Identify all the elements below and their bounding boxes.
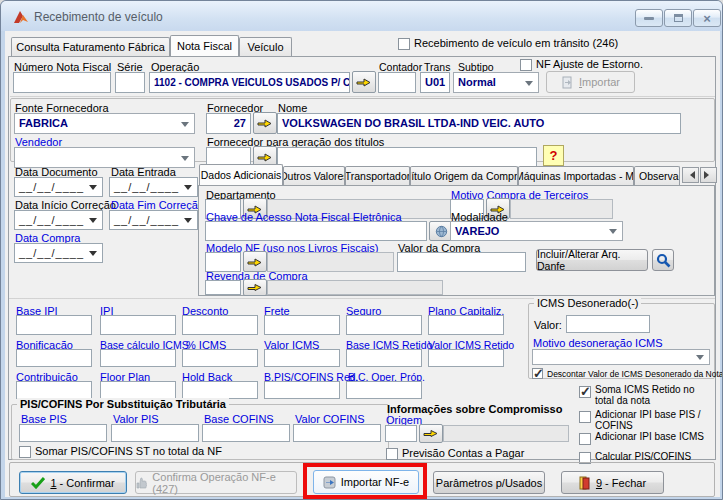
operacao-lookup-button[interactable] (352, 71, 376, 93)
pct-icms-input[interactable] (182, 349, 258, 367)
fechar-button[interactable]: 9 - Fechar (561, 471, 664, 494)
chave-acesso-input[interactable] (205, 221, 427, 241)
title-bar[interactable]: Recebimento de veículo × (1, 1, 723, 31)
checkbox-box[interactable] (386, 448, 398, 460)
checkbox-box[interactable] (579, 433, 591, 445)
tab-label: Outros Valores (283, 170, 345, 182)
data-fim-correcao-input[interactable]: __/__/____ (109, 210, 198, 230)
incluir-danfe-button[interactable]: Incluir/Alterar Arq. Danfe (536, 249, 648, 271)
checkbox-box[interactable] (520, 59, 532, 71)
modalidade-select[interactable]: VAREJO (450, 221, 623, 241)
revenda-compra-input[interactable] (205, 280, 241, 295)
fornecedor-titulos-nome-field (277, 147, 537, 168)
tab-dados-adicionais[interactable]: Dados Adicionais (199, 164, 283, 185)
hold-back-input[interactable] (182, 381, 258, 399)
modelo-nf-lookup-button[interactable] (243, 251, 267, 272)
modelo-nf-nome-field (267, 252, 394, 272)
numero-nota-input[interactable] (13, 72, 111, 93)
maximize-button[interactable] (664, 9, 692, 27)
revenda-compra-lookup-button[interactable] (243, 279, 267, 296)
vendedor-select[interactable] (14, 147, 195, 168)
fornecedor-input[interactable]: 27 (206, 113, 251, 134)
tab-transportador[interactable]: Transportador (345, 166, 410, 185)
data-inicio-correcao-input[interactable]: __/__/____ (14, 210, 103, 230)
origem-input[interactable] (385, 425, 417, 442)
search-icon (656, 253, 671, 268)
seguro-input[interactable] (346, 315, 422, 335)
desconto-input[interactable] (182, 315, 258, 335)
motivo-terceiros-nome-field (510, 199, 613, 219)
tab-observacoes[interactable]: Observaç (634, 166, 680, 185)
transit-checkbox[interactable]: Recebimento de veículo em trânsito (246) (398, 38, 618, 50)
tab-titulo-origem-compra[interactable]: Título Origem da Compra (410, 166, 518, 185)
close-button[interactable]: × (693, 9, 721, 27)
importar-button[interactable]: Importar (546, 71, 635, 93)
fornecedor-lookup-button[interactable] (253, 112, 277, 134)
revenda-compra-nome-field (267, 280, 443, 295)
help-button[interactable]: ? (543, 145, 564, 166)
bonificacao-input[interactable] (16, 349, 92, 367)
tab-consulta-faturamento-fabrica[interactable]: Consulta Faturamento Fábrica (11, 37, 170, 56)
checkbox-box[interactable] (579, 411, 591, 423)
checkbox-box[interactable] (532, 368, 543, 379)
data-documento-input[interactable]: __/__/____ (14, 177, 103, 197)
bc-oper-prop-input[interactable] (346, 381, 422, 399)
data-compra-input[interactable]: __/__/____ (14, 243, 103, 263)
adicionar-ipi-pis-cofins-checkbox[interactable]: Adicionar IPI base PIS / COFINS (579, 409, 715, 431)
valor-icms-input[interactable] (264, 349, 340, 367)
descontar-icms-checkbox[interactable]: Descontar Valor de ICMS Desonerado da No… (532, 368, 723, 379)
soma-icms-retido-checkbox[interactable]: Soma ICMS Retido no total da nota (579, 384, 715, 406)
fonte-fornecedora-select[interactable]: FABRICA (14, 113, 195, 134)
tab-scroll-left-button[interactable] (682, 167, 699, 183)
button-label: 9 - Fechar (596, 477, 646, 489)
origem-lookup-button[interactable] (419, 424, 443, 443)
exit-door-icon (579, 476, 591, 490)
valor-icms-retido-input[interactable] (428, 349, 504, 367)
tab-nota-fiscal[interactable]: Nota Fiscal (170, 35, 239, 56)
base-icms-retido-input[interactable] (346, 349, 422, 367)
tab-outros-valores[interactable]: Outros Valores (283, 166, 345, 185)
floor-plan-input[interactable] (100, 381, 176, 399)
base-ipi-input[interactable] (16, 315, 92, 335)
b-pis-cofins-red-input[interactable] (264, 381, 340, 399)
contribuicao-input[interactable] (16, 381, 92, 399)
frete-input[interactable] (264, 315, 340, 335)
valor-cofins-input[interactable] (293, 424, 381, 442)
previsao-contas-checkbox[interactable]: Previsão Contas a Pagar (386, 448, 524, 460)
icms-desonerado-valor-input[interactable] (566, 315, 650, 333)
chevron-down-icon (184, 218, 192, 227)
subtipo-select[interactable]: Normal (453, 72, 539, 93)
motivo-desoneracao-select[interactable] (532, 349, 710, 365)
search-danfe-button[interactable] (652, 249, 674, 271)
contador-input[interactable] (378, 72, 416, 93)
icms-desonerado-valor-label: Valor: (534, 319, 562, 331)
checkbox-box[interactable] (579, 386, 591, 398)
origem-nome-field (443, 425, 569, 442)
nf-ajuste-checkbox[interactable]: NF Ajuste de Estorno. (520, 59, 643, 71)
tab-veiculo[interactable]: Veículo (239, 37, 292, 56)
confirmar-button[interactable]: 1 - Confirmar (19, 471, 127, 494)
tab-maquinas-importadas[interactable]: Máquinas Importadas - MI (518, 166, 634, 185)
serie-input[interactable] (115, 72, 145, 93)
checkbox-box[interactable] (19, 446, 31, 458)
ipi-input[interactable] (100, 315, 176, 335)
confirma-operacao-nfe-button[interactable]: Confirma Operação NF-e (427) (135, 471, 297, 494)
checkbox-box[interactable] (398, 38, 410, 50)
minimize-button[interactable] (635, 9, 663, 27)
operacao-field[interactable]: 1102 - COMPRA VEICULOS USADOS P/ COMEI (149, 72, 350, 93)
valor-compra-input[interactable] (397, 252, 526, 272)
plano-capitaliz-input[interactable] (428, 315, 504, 335)
base-cofins-input[interactable] (202, 424, 290, 442)
adicionar-ipi-icms-checkbox[interactable]: Adicionar IPI base ICMS (579, 431, 715, 445)
somar-pis-cofins-checkbox[interactable]: Somar PIS/COFINS ST no total da NF (19, 446, 222, 458)
modelo-nf-input[interactable] (205, 252, 241, 272)
base-pis-input[interactable] (19, 424, 107, 442)
button-label: 1 - Confirmar (50, 477, 114, 489)
tab-scroll-right-button[interactable] (700, 167, 717, 183)
thumb-up-icon (136, 477, 147, 489)
data-entrada-input[interactable]: __/__/____ (109, 177, 198, 197)
hand-point-icon (356, 76, 372, 88)
parametros-usados-button[interactable]: Parâmetros p/Usados (433, 471, 545, 494)
valor-pis-input[interactable] (111, 424, 199, 442)
base-calculo-icms-input[interactable] (100, 349, 176, 367)
